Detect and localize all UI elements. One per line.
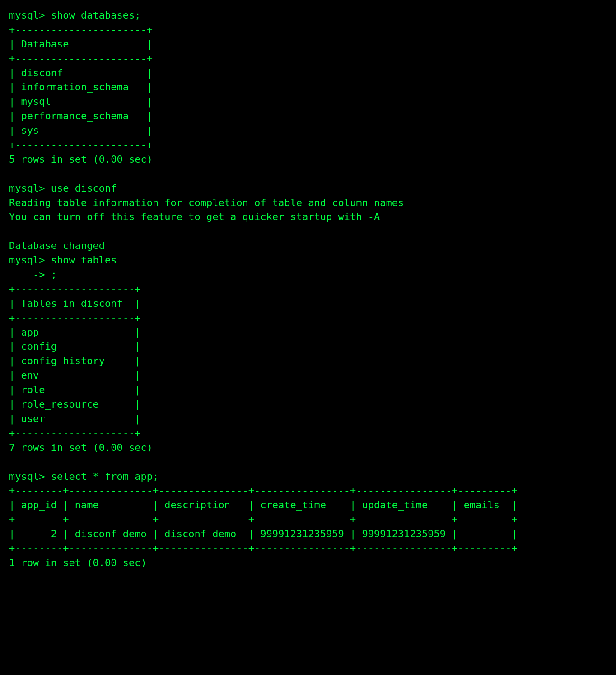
terminal-window: mysql> show databases; +----------------… bbox=[9, 8, 607, 570]
terminal-output[interactable]: mysql> show databases; +----------------… bbox=[9, 8, 607, 570]
